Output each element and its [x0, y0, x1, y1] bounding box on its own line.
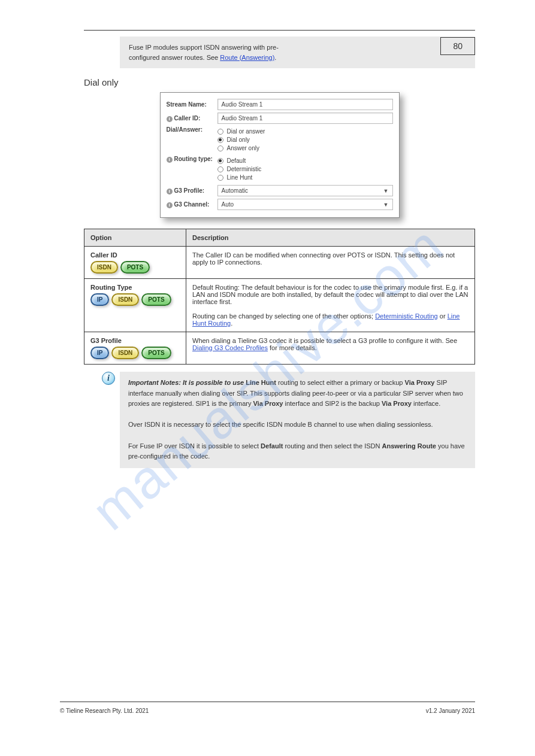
- footer-rule: [60, 702, 475, 702]
- label-stream-name: Stream Name:: [167, 101, 217, 108]
- ip-badge-icon: IP: [90, 347, 109, 359]
- pots-badge-icon: POTS: [141, 347, 171, 359]
- info-icon: i: [167, 202, 173, 208]
- note-trailing: .: [274, 54, 276, 61]
- opt-name: Caller ID: [90, 251, 180, 259]
- radio-dial-only[interactable]: Dial only: [217, 136, 393, 143]
- info-label: Important Notes: It is possible to use: [128, 379, 246, 386]
- note-link[interactable]: Route (Answering): [220, 54, 274, 61]
- note-text-b: configured answer routes. See: [129, 54, 220, 61]
- opt-desc: Default Routing: The default behaviour i…: [186, 279, 475, 332]
- label-g3-profile: iG3 Profile:: [167, 187, 217, 195]
- opt-desc: When dialing a Tieline G3 codec it is po…: [186, 332, 475, 365]
- select-g3-profile[interactable]: Automatic▼: [217, 185, 393, 196]
- isdn-badge-icon: ISDN: [111, 347, 139, 359]
- page-number: 80: [453, 41, 463, 51]
- label-g3-channel: iG3 Channel:: [167, 201, 217, 208]
- input-stream-name[interactable]: Audio Stream 1: [217, 99, 393, 110]
- radio-dial-or-answer[interactable]: Dial or answer: [217, 128, 393, 135]
- radio-default[interactable]: Default: [217, 157, 393, 164]
- important-notes: i Important Notes: It is possible to use…: [102, 372, 475, 468]
- chevron-down-icon: ▼: [383, 188, 389, 194]
- link-g3-profiles[interactable]: Dialing G3 Codec Profiles: [192, 344, 268, 351]
- label-caller-id: iCaller ID:: [167, 115, 217, 122]
- opt-name: G3 Profile: [90, 337, 180, 344]
- opt-name: Routing Type: [90, 284, 180, 291]
- select-g3-channel[interactable]: Auto▼: [217, 199, 393, 210]
- page-number-box: 80: [440, 37, 475, 55]
- input-caller-id[interactable]: Audio Stream 1: [217, 113, 393, 124]
- info-icon: i: [167, 116, 173, 122]
- ip-badge-icon: IP: [90, 293, 109, 306]
- radio-line-hunt[interactable]: Line Hunt: [217, 174, 393, 181]
- table-row: Routing Type IP ISDN POTS Default Routin…: [84, 279, 475, 332]
- pots-badge-icon: POTS: [141, 293, 171, 306]
- table-row: G3 Profile IP ISDN POTS When dialing a T…: [84, 332, 475, 365]
- footer-copyright: © Tieline Research Pty. Ltd. 2021: [60, 708, 149, 714]
- info-icon: i: [167, 189, 173, 195]
- pots-badge-icon: POTS: [120, 261, 150, 274]
- opt-desc: The Caller ID can be modified when conne…: [186, 247, 475, 279]
- radio-deterministic[interactable]: Deterministic: [217, 166, 393, 172]
- isdn-badge-icon: ISDN: [90, 261, 118, 274]
- radio-group-routing: Default Deterministic Line Hunt: [217, 156, 393, 183]
- footer-version: v1.2 January 2021: [426, 708, 475, 714]
- radio-group-dial-answer: Dial or answer Dial only Answer only: [217, 126, 393, 153]
- form-screenshot: Stream Name: Audio Stream 1 iCaller ID: …: [160, 92, 400, 218]
- info-icon: i: [167, 157, 173, 163]
- link-deterministic-routing[interactable]: Deterministic Routing: [375, 312, 438, 320]
- chevron-down-icon: ▼: [383, 202, 389, 208]
- col-option: Option: [84, 229, 186, 247]
- col-description: Description: [186, 229, 475, 247]
- section-title: Dial only: [84, 77, 475, 87]
- isdn-badge-icon: ISDN: [111, 293, 139, 306]
- header-rule: [84, 30, 475, 31]
- radio-answer-only[interactable]: Answer only: [217, 145, 393, 151]
- options-table: Option Description Caller ID ISDN POTS T…: [84, 229, 475, 365]
- top-note: Fuse IP modules support ISDN answering w…: [120, 37, 475, 68]
- info-icon: i: [102, 372, 115, 385]
- label-routing-type: iRouting type:: [167, 156, 217, 163]
- table-row: Caller ID ISDN POTS The Caller ID can be…: [84, 247, 475, 279]
- label-dial-answer: Dial/Answer:: [167, 126, 217, 133]
- note-text-a: Fuse IP modules support ISDN answering w…: [129, 44, 279, 51]
